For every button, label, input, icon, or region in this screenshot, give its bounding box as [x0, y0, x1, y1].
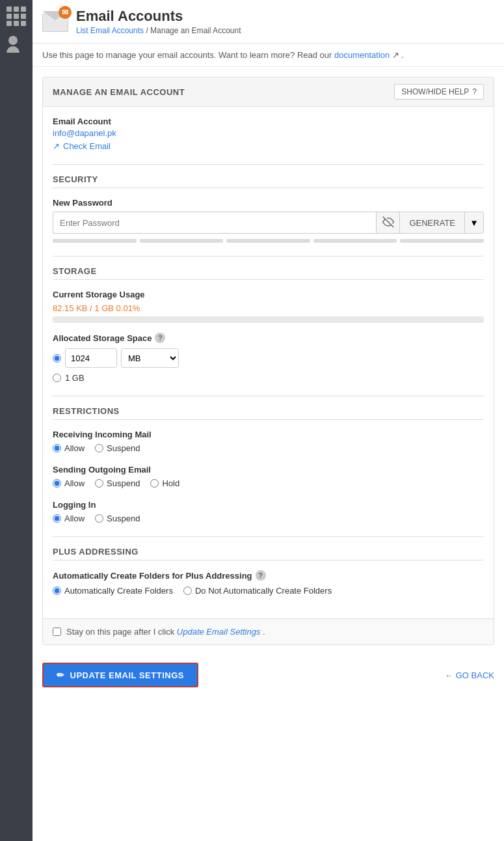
password-label: New Password	[53, 198, 484, 208]
allocated-row: Allocated Storage Space ?	[53, 333, 484, 343]
storage-heading: STORAGE	[53, 266, 484, 280]
show-hide-label: SHOW/HIDE HELP	[401, 87, 469, 96]
stay-on-page-checkbox[interactable]	[53, 627, 61, 636]
incoming-options-row: Allow Suspend	[53, 443, 484, 453]
update-email-settings-button[interactable]: ✏ UPDATE EMAIL SETTINGS	[42, 663, 198, 687]
info-text-before: Use this page to manage your email accou…	[42, 50, 332, 60]
card-footer: Stay on this page after I click Update E…	[43, 618, 494, 644]
storage-unit-select[interactable]: MB GB Unlimited	[121, 348, 179, 368]
no-auto-create-label: Do Not Automatically Create Folders	[195, 586, 332, 596]
grid-icon[interactable]	[7, 7, 26, 26]
outgoing-mail-group: Sending Outgoing Email Allow Suspend	[53, 465, 484, 488]
strength-bars	[53, 239, 484, 243]
login-allow-option: Allow	[53, 514, 85, 523]
help-circle-icon: ?	[472, 87, 477, 96]
outgoing-suspend-option: Suspend	[95, 478, 140, 488]
outgoing-allow-option: Allow	[53, 478, 85, 488]
storage-1gb-label: 1 GB	[65, 373, 85, 383]
strength-bar-3	[226, 239, 310, 243]
strength-bar-5	[400, 239, 484, 243]
outgoing-hold-option: Hold	[150, 478, 179, 488]
storage-1gb-radio-row: 1 GB	[53, 373, 484, 383]
page-title: Email Accounts	[76, 8, 241, 25]
plus-addressing-label: Automatically Create Folders for Plus Ad…	[53, 570, 484, 581]
auto-create-radio[interactable]	[53, 586, 61, 595]
check-email-label: Check Email	[63, 141, 111, 151]
breadcrumb-current: Manage an Email Account	[150, 26, 241, 35]
storage-1gb-radio[interactable]	[53, 374, 61, 382]
documentation-link[interactable]: documentation	[334, 50, 390, 60]
sidebar	[0, 0, 33, 841]
password-input[interactable]	[53, 212, 376, 234]
header-text: Email Accounts List Email Accounts / Man…	[76, 8, 241, 35]
go-back-label: GO BACK	[456, 670, 494, 680]
incoming-suspend-option: Suspend	[95, 443, 140, 453]
eye-off-icon	[382, 216, 394, 230]
chevron-down-icon: ▼	[470, 218, 478, 228]
outgoing-suspend-label: Suspend	[107, 478, 140, 488]
storage-value-input[interactable]	[65, 348, 117, 368]
outgoing-mail-title: Sending Outgoing Email	[53, 465, 484, 475]
go-back-link[interactable]: ← GO BACK	[445, 670, 494, 680]
password-input-row: GENERATE ▼	[53, 212, 484, 234]
pencil-icon: ✏	[57, 670, 65, 680]
external-link-icon: ↗	[53, 141, 60, 151]
incoming-suspend-label: Suspend	[107, 443, 140, 453]
login-suspend-radio[interactable]	[95, 514, 103, 523]
generate-dropdown-button[interactable]: ▼	[464, 212, 484, 234]
plus-addressing-section: PLUS ADDRESSING Automatically Create Fol…	[53, 547, 484, 596]
incoming-allow-option: Allow	[53, 443, 85, 453]
plus-addressing-heading: PLUS ADDRESSING	[53, 547, 484, 560]
storage-section: STORAGE Current Storage Usage 82.15 KB /…	[53, 266, 484, 383]
login-allow-label: Allow	[64, 514, 85, 523]
update-settings-link[interactable]: Update Email Settings	[177, 627, 261, 637]
show-hide-help-button[interactable]: SHOW/HIDE HELP ?	[394, 84, 484, 100]
outgoing-options-row: Allow Suspend Hold	[53, 478, 484, 488]
plus-addressing-options-row: Automatically Create Folders Do Not Auto…	[53, 586, 484, 596]
toggle-visibility-button[interactable]	[376, 212, 399, 234]
outgoing-hold-radio[interactable]	[150, 479, 159, 488]
strength-bar-4	[313, 239, 397, 243]
login-group: Logging In Allow Suspend	[53, 500, 484, 523]
email-account-section: Email Account info@dapanel.pk ↗ Check Em…	[53, 117, 484, 151]
info-text-after: .	[402, 50, 405, 60]
incoming-mail-group: Receiving Incoming Mail Allow Suspend	[53, 430, 484, 453]
storage-progress-bar	[53, 316, 484, 323]
card-header-title: MANAGE AN EMAIL ACCOUNT	[53, 87, 185, 97]
allocated-label: Allocated Storage Space ?	[53, 333, 165, 343]
page-header: ✉ Email Accounts List Email Accounts / M…	[33, 0, 504, 44]
email-account-label: Email Account	[53, 117, 484, 126]
allocated-help-icon[interactable]: ?	[155, 333, 165, 343]
incoming-suspend-radio[interactable]	[95, 444, 103, 452]
outgoing-allow-radio[interactable]	[53, 479, 61, 488]
outgoing-hold-label: Hold	[162, 478, 179, 488]
strength-bar-2	[140, 239, 224, 243]
login-allow-radio[interactable]	[53, 514, 61, 523]
card-body: Email Account info@dapanel.pk ↗ Check Em…	[43, 107, 494, 618]
check-email-link[interactable]: ↗ Check Email	[53, 141, 484, 151]
generate-btn-group: GENERATE ▼	[399, 212, 484, 234]
stay-on-page-label: Stay on this page after I click Update E…	[66, 627, 265, 637]
plus-addressing-help-icon[interactable]: ?	[256, 570, 266, 581]
card-header: MANAGE AN EMAIL ACCOUNT SHOW/HIDE HELP ?	[43, 77, 494, 107]
outgoing-suspend-radio[interactable]	[95, 479, 103, 488]
login-options-row: Allow Suspend	[53, 514, 484, 523]
bottom-bar: ✏ UPDATE EMAIL SETTINGS ← GO BACK	[33, 655, 504, 695]
incoming-allow-radio[interactable]	[53, 444, 61, 452]
no-auto-create-radio[interactable]	[183, 586, 192, 595]
login-suspend-label: Suspend	[107, 514, 140, 523]
stay-on-page-row: Stay on this page after I click Update E…	[53, 627, 265, 637]
restrictions-heading: RESTRICTIONS	[53, 406, 484, 420]
security-section: SECURITY New Password	[53, 174, 484, 243]
generate-button[interactable]: GENERATE	[399, 212, 464, 234]
breadcrumb-list-link[interactable]: List Email Accounts	[76, 26, 144, 35]
storage-custom-radio[interactable]	[53, 354, 61, 363]
envelope-badge: ✉	[59, 6, 72, 19]
auto-create-label: Automatically Create Folders	[64, 586, 173, 596]
main-content: ✉ Email Accounts List Email Accounts / M…	[33, 0, 504, 841]
users-icon[interactable]	[7, 36, 26, 53]
incoming-mail-title: Receiving Incoming Mail	[53, 430, 484, 439]
no-auto-create-option: Do Not Automatically Create Folders	[183, 586, 332, 596]
update-button-label: UPDATE EMAIL SETTINGS	[70, 670, 184, 680]
arrow-left-icon: ←	[445, 670, 453, 680]
